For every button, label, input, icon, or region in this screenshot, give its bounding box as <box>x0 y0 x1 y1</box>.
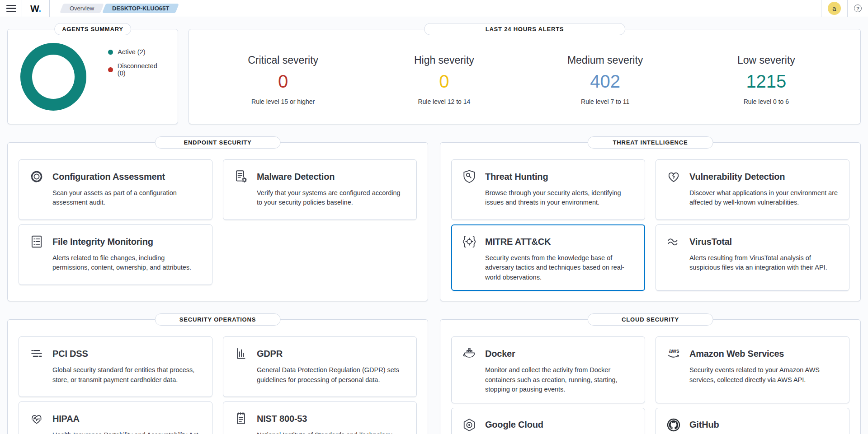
notebook-icon <box>233 411 249 426</box>
cloud-security-section: CLOUD SECURITY Docker Monitor and collec… <box>440 319 861 434</box>
card-description: Health Insurance Portability and Account… <box>52 430 203 434</box>
align-lines-icon <box>29 346 44 361</box>
high-severity-stat: High severity 0 Rule level 12 to 14 <box>363 54 524 105</box>
card-malware-detection[interactable]: Malware Detection Verify that your syste… <box>223 159 417 220</box>
medium-severity-sub: Rule level 7 to 11 <box>525 98 686 105</box>
github-icon <box>666 417 681 433</box>
security-operations-title: SECURITY OPERATIONS <box>155 313 281 326</box>
menu-icon[interactable] <box>6 5 16 12</box>
high-severity-label: High severity <box>363 54 524 66</box>
divider <box>821 0 821 17</box>
aws-icon: aws <box>666 346 681 361</box>
legend-item-disconnected[interactable]: Disconnected (0) <box>108 62 165 77</box>
wazuh-logo[interactable]: W. <box>28 3 44 14</box>
card-title: Docker <box>485 349 515 359</box>
card-title: GitHub <box>689 420 719 430</box>
endpoint-security-section: ENDPOINT SECURITY Configuration Assessme… <box>7 142 428 301</box>
card-title: Vulnerability Detection <box>689 172 785 182</box>
breadcrumb: Overview DESKTOP-KLUO65T <box>61 4 177 13</box>
security-operations-section: SECURITY OPERATIONS PCI DSS Global secur… <box>7 319 428 434</box>
avatar[interactable]: a <box>828 2 841 15</box>
medium-severity-label: Medium severity <box>525 54 686 66</box>
high-severity-sub: Rule level 12 to 14 <box>363 98 524 105</box>
critical-severity-label: Critical severity <box>203 54 363 66</box>
critical-severity-stat: Critical severity 0 Rule level 15 or hig… <box>203 54 363 105</box>
crosshair-braces-icon <box>462 234 477 249</box>
agents-donut-chart[interactable] <box>20 43 86 111</box>
card-description: National Institute of Standards and Tech… <box>257 430 407 434</box>
low-severity-sub: Rule level 0 to 6 <box>686 98 847 105</box>
card-description: Global security standard for entities th… <box>52 365 203 385</box>
card-description: Security events from the knowledge base … <box>485 253 636 282</box>
card-description: Security events related to your Amazon A… <box>689 365 840 385</box>
card-amazon-web-services[interactable]: aws Amazon Web Services Security events … <box>656 336 849 403</box>
card-title: HIPAA <box>52 414 80 424</box>
document-lines-icon <box>29 234 44 249</box>
divider <box>847 0 848 17</box>
active-dot-icon <box>108 50 113 55</box>
alerts-panel-title: LAST 24 HOURS ALERTS <box>424 23 626 35</box>
card-description: General Data Protection Regulation (GDPR… <box>257 365 407 385</box>
agents-legend: Active (2) Disconnected (0) <box>108 48 165 77</box>
card-vulnerability-detection[interactable]: Vulnerability Detection Discover what ap… <box>656 159 849 220</box>
card-description: Monitor and collect the activity from Do… <box>485 365 636 394</box>
top-bar: W. Overview DESKTOP-KLUO65T a ? <box>0 0 868 17</box>
card-title: Amazon Web Services <box>689 349 784 359</box>
card-file-integrity-monitoring[interactable]: File Integrity Monitoring Alerts related… <box>19 224 212 285</box>
card-gdpr[interactable]: GDPR General Data Protection Regulation … <box>223 336 417 397</box>
low-severity-value[interactable]: 1215 <box>686 72 847 90</box>
card-pci-dss[interactable]: PCI DSS Global security standard for ent… <box>19 336 212 397</box>
critical-severity-sub: Rule level 15 or higher <box>203 98 363 105</box>
agents-summary-panel: AGENTS SUMMARY Active (2) Disconnected (… <box>7 29 178 124</box>
card-description: Scan your assets as part of a configurat… <box>52 188 203 208</box>
card-title: Configuration Assessment <box>52 172 165 182</box>
card-title: Threat Hunting <box>485 172 548 182</box>
card-title: File Integrity Monitoring <box>52 237 153 247</box>
card-description: Discover what applications in your envir… <box>689 188 840 208</box>
card-title: GDPR <box>257 349 283 359</box>
card-title: Google Cloud <box>485 420 543 430</box>
shield-search-icon <box>462 169 477 184</box>
docker-whale-icon <box>462 346 477 361</box>
high-severity-value[interactable]: 0 <box>363 72 524 90</box>
card-title: NIST 800-53 <box>257 414 307 424</box>
card-docker[interactable]: Docker Monitor and collect the activity … <box>451 336 645 403</box>
card-description: Verify that your systems are configured … <box>257 188 407 208</box>
endpoint-security-title: ENDPOINT SECURITY <box>155 136 281 149</box>
card-description: Alerts resulting from VirusTotal analysi… <box>689 253 840 273</box>
card-description: Alerts related to file changes, includin… <box>52 253 203 273</box>
bar-chart-icon <box>233 346 249 361</box>
divider <box>22 0 22 17</box>
legend-item-active[interactable]: Active (2) <box>108 48 165 56</box>
card-title: VirusTotal <box>689 237 732 247</box>
card-mitre-attack[interactable]: MITRE ATT&CK Security events from the kn… <box>451 224 645 291</box>
low-severity-stat: Low severity 1215 Rule level 0 to 6 <box>686 54 847 105</box>
card-title: Malware Detection <box>257 172 335 182</box>
card-hipaa[interactable]: HIPAA Health Insurance Portability and A… <box>19 401 212 434</box>
breadcrumb-agent[interactable]: DESKTOP-KLUO65T <box>102 4 179 13</box>
card-threat-hunting[interactable]: Threat Hunting Browse through your secur… <box>451 159 645 220</box>
logo-dot: . <box>38 3 41 14</box>
critical-severity-value[interactable]: 0 <box>203 72 363 90</box>
broken-heart-icon <box>666 169 681 184</box>
threat-intelligence-title: THREAT INTELLIGENCE <box>587 136 713 149</box>
gear-icon <box>29 169 44 184</box>
disconnected-dot-icon <box>108 67 113 72</box>
low-severity-label: Low severity <box>686 54 847 66</box>
card-google-cloud[interactable]: Google Cloud Security events related to … <box>451 408 645 434</box>
card-virustotal[interactable]: VirusTotal Alerts resulting from VirusTo… <box>656 224 849 291</box>
card-configuration-assessment[interactable]: Configuration Assessment Scan your asset… <box>19 159 212 220</box>
card-description: Browse through your security alerts, ide… <box>485 188 636 208</box>
medium-severity-value[interactable]: 402 <box>525 72 686 90</box>
svg-text:aws: aws <box>669 348 679 355</box>
card-title: MITRE ATT&CK <box>485 237 551 247</box>
google-cloud-icon <box>462 417 477 433</box>
heartbeat-icon <box>29 411 44 426</box>
document-gear-icon <box>233 169 249 184</box>
threat-intelligence-section: THREAT INTELLIGENCE Threat Hunting Brows… <box>440 142 861 301</box>
card-github[interactable]: GitHub Monitoring events from audit logs… <box>656 408 849 434</box>
help-icon[interactable]: ? <box>854 5 862 12</box>
cloud-security-title: CLOUD SECURITY <box>587 313 713 326</box>
card-nist-800-53[interactable]: NIST 800-53 National Institute of Standa… <box>223 401 417 434</box>
breadcrumb-overview[interactable]: Overview <box>59 4 104 13</box>
